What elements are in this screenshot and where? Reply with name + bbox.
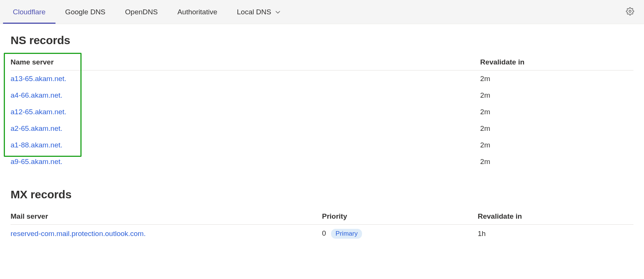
table-row: a13-65.akam.net. 2m: [11, 71, 633, 87]
tab-label: Cloudflare: [13, 8, 46, 16]
table-row: a12-65.akam.net. 2m: [11, 104, 633, 120]
ns-server-link[interactable]: a12-65.akam.net.: [11, 108, 66, 116]
tab-label: Local DNS: [237, 8, 271, 16]
ns-records-table: Name server Revalidate in a13-65.akam.ne…: [11, 54, 633, 170]
ns-server-link[interactable]: a1-88.akam.net.: [11, 141, 62, 149]
chevron-down-icon: [275, 9, 281, 15]
mx-revalidate-value: 1h: [478, 225, 634, 243]
ns-server-link[interactable]: a2-65.akam.net.: [11, 124, 62, 132]
mx-records-section: MX records Mail server Priority Revalida…: [11, 188, 633, 243]
ns-revalidate-value: 2m: [480, 71, 633, 87]
ns-revalidate-value: 2m: [480, 120, 633, 137]
ns-revalidate-value: 2m: [480, 153, 633, 170]
mx-header-server: Mail server: [11, 208, 322, 225]
table-row: reserved-com.mail.protection.outlook.com…: [11, 225, 633, 243]
ns-records-title: NS records: [11, 34, 633, 47]
table-row: a9-65.akam.net. 2m: [11, 153, 633, 170]
ns-server-link[interactable]: a9-65.akam.net.: [11, 158, 62, 166]
mx-records-title: MX records: [11, 188, 633, 201]
mx-priority-value: 0: [322, 229, 326, 237]
tab-label: Google DNS: [65, 8, 106, 16]
tab-authoritative[interactable]: Authoritative: [168, 0, 227, 24]
primary-badge: Primary: [331, 229, 362, 239]
tab-cloudflare[interactable]: Cloudflare: [3, 0, 55, 24]
tab-label: OpenDNS: [125, 8, 158, 16]
tabs-bar: Cloudflare Google DNS OpenDNS Authoritat…: [0, 0, 644, 24]
mx-records-table: Mail server Priority Revalidate in reser…: [11, 208, 633, 243]
table-row: a4-66.akam.net. 2m: [11, 87, 633, 104]
ns-revalidate-value: 2m: [480, 87, 633, 104]
svg-point-0: [629, 10, 631, 12]
ns-header-name: Name server: [11, 54, 480, 71]
ns-header-revalidate: Revalidate in: [480, 54, 633, 71]
ns-records-section: NS records Name server Revalidate in a13…: [11, 34, 633, 170]
ns-server-link[interactable]: a4-66.akam.net.: [11, 91, 62, 99]
mx-header-priority: Priority: [322, 208, 478, 225]
main-content: NS records Name server Revalidate in a13…: [0, 24, 644, 276]
settings-button[interactable]: [626, 7, 641, 17]
tab-google-dns[interactable]: Google DNS: [55, 0, 116, 24]
ns-revalidate-value: 2m: [480, 104, 633, 120]
gear-icon: [626, 7, 634, 17]
ns-server-link[interactable]: a13-65.akam.net.: [11, 75, 66, 83]
mx-header-revalidate: Revalidate in: [478, 208, 634, 225]
ns-revalidate-value: 2m: [480, 137, 633, 153]
mx-server-link[interactable]: reserved-com.mail.protection.outlook.com…: [11, 230, 146, 238]
table-row: a1-88.akam.net. 2m: [11, 137, 633, 153]
tab-label: Authoritative: [177, 8, 217, 16]
tab-local-dns[interactable]: Local DNS: [227, 0, 291, 24]
tab-opendns[interactable]: OpenDNS: [115, 0, 168, 24]
table-row: a2-65.akam.net. 2m: [11, 120, 633, 137]
